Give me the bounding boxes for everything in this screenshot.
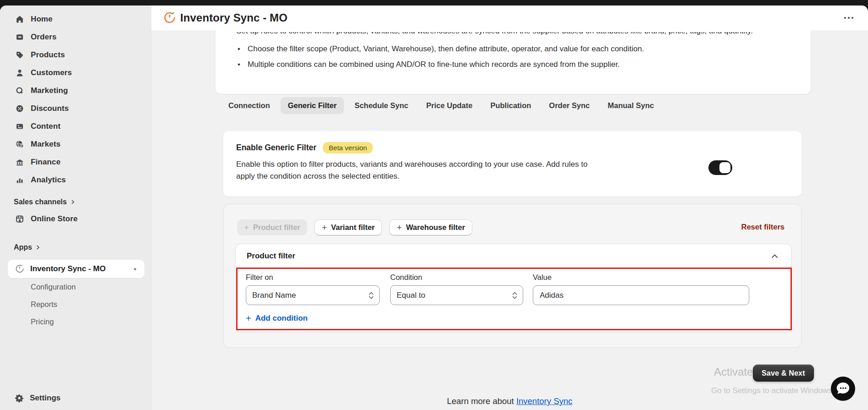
- enable-generic-filter-card: Enable Generic Filter Beta version Enabl…: [223, 131, 802, 197]
- finance-icon: [15, 157, 25, 167]
- sidebar-item-inventory-sync-app[interactable]: Inventory Sync - MO: [8, 260, 144, 278]
- product-filter-card: Product filter Filter on Brand Name Cond…: [235, 244, 791, 332]
- product-filter-card-title: Product filter: [247, 251, 295, 261]
- app-logo-icon: [163, 11, 177, 25]
- filter-toolbar: + Product filter + Variant filter + Ware…: [237, 219, 472, 235]
- variant-filter-button[interactable]: + Variant filter: [315, 219, 382, 235]
- sidebar-item-reports[interactable]: Reports: [0, 295, 151, 313]
- tab-bar: Connection Generic Filter Schedule Sync …: [221, 97, 661, 114]
- discounts-icon: [15, 104, 25, 114]
- content-icon: [15, 121, 25, 131]
- value-field: Value: [533, 273, 749, 305]
- reset-filters-link[interactable]: Reset filters: [741, 223, 785, 231]
- add-condition-link[interactable]: + Add condition: [246, 314, 308, 323]
- chevron-right-icon: [35, 245, 41, 250]
- orders-icon: [15, 32, 25, 42]
- plus-icon: +: [244, 223, 249, 232]
- apps-section[interactable]: Apps: [14, 241, 151, 254]
- sidebar-item-orders[interactable]: Orders: [0, 28, 151, 46]
- tab-schedule-sync[interactable]: Schedule Sync: [347, 97, 415, 114]
- sidebar-item-settings[interactable]: Settings: [0, 389, 151, 407]
- filters-panel: + Product filter + Variant filter + Ware…: [223, 204, 802, 348]
- sidebar-item-finance[interactable]: Finance: [0, 153, 151, 171]
- filter-on-select[interactable]: Brand Name: [246, 285, 380, 305]
- sync-gauge-icon: [15, 264, 25, 274]
- generic-filter-title: Enable Generic Filter: [236, 143, 316, 153]
- tab-generic-filter[interactable]: Generic Filter: [281, 97, 344, 114]
- condition-select[interactable]: Equal to: [390, 285, 523, 305]
- inventory-sync-link[interactable]: Inventory Sync: [516, 396, 572, 406]
- tab-order-sync[interactable]: Order Sync: [542, 97, 597, 114]
- sidebar-item-markets[interactable]: $ Markets: [0, 135, 151, 153]
- plus-icon: +: [322, 223, 327, 232]
- learn-more-footer: Learn more about Inventory Sync: [151, 396, 868, 406]
- condition-label: Condition: [390, 273, 523, 282]
- sales-channels-section[interactable]: Sales channels: [14, 195, 151, 209]
- filter-on-field: Filter on Brand Name: [246, 273, 380, 305]
- chat-widget-button[interactable]: [831, 377, 855, 401]
- sidebar-item-label: Orders: [31, 33, 56, 42]
- generic-filter-toggle[interactable]: [708, 160, 732, 175]
- chevron-right-icon: [70, 199, 76, 205]
- sidebar-item-pricing[interactable]: Pricing: [0, 313, 151, 330]
- tab-price-update[interactable]: Price Update: [419, 97, 480, 114]
- main-content: Inventory Sync - MO Set up rules to cont…: [151, 5, 868, 410]
- home-icon: [15, 14, 25, 24]
- sidebar-item-label: Content: [31, 122, 61, 131]
- sidebar-item-label: Online Store: [31, 214, 77, 224]
- sidebar-item-online-store[interactable]: Online Store: [0, 210, 151, 228]
- plus-icon: +: [397, 223, 402, 232]
- clipped-text-line: Set up rules to control which products, …: [236, 32, 788, 38]
- generic-filter-description: Enable this option to filter products, v…: [236, 159, 603, 183]
- storefront-icon: [15, 214, 25, 224]
- value-label: Value: [533, 273, 749, 282]
- sidebar-item-label: Finance: [31, 158, 61, 167]
- tab-connection[interactable]: Connection: [221, 97, 277, 114]
- info-bullet: Choose the filter scope (Product, Varian…: [236, 44, 788, 54]
- markets-icon: $: [15, 139, 25, 149]
- products-icon: [15, 50, 25, 60]
- sidebar-item-customers[interactable]: Customers: [0, 64, 151, 82]
- admin-frame: Home Orders Products Customers Marketing…: [0, 5, 868, 410]
- gear-icon: [15, 394, 24, 403]
- sidebar: Home Orders Products Customers Marketing…: [0, 5, 151, 410]
- info-bullet-list: Choose the filter scope (Product, Varian…: [236, 44, 788, 70]
- activate-windows-watermark-sub: Go to Settings to activate Windows.: [711, 386, 834, 395]
- app-item-label: Inventory Sync - MO: [30, 264, 105, 273]
- select-updown-icon: [368, 291, 374, 300]
- chevron-up-icon[interactable]: [769, 251, 780, 262]
- toggle-knob: [719, 162, 730, 173]
- sidebar-item-configuration[interactable]: Configuration: [0, 278, 151, 295]
- select-updown-icon: [512, 291, 518, 300]
- sales-channels-label: Sales channels: [14, 198, 67, 206]
- sidebar-item-home[interactable]: Home: [0, 10, 151, 28]
- filter-on-label: Filter on: [246, 273, 380, 282]
- warehouse-filter-button[interactable]: + Warehouse filter: [389, 219, 472, 235]
- apps-label: Apps: [14, 243, 32, 251]
- tab-publication[interactable]: Publication: [483, 97, 538, 114]
- screen: Home Orders Products Customers Marketing…: [0, 0, 868, 410]
- tab-manual-sync[interactable]: Manual Sync: [600, 97, 661, 114]
- info-bullet: Multiple conditions can be combined usin…: [236, 60, 788, 70]
- sidebar-item-products[interactable]: Products: [0, 46, 151, 64]
- sidebar-item-label: Discounts: [31, 104, 69, 113]
- customers-icon: [15, 68, 25, 78]
- sidebar-item-label: Marketing: [31, 86, 68, 95]
- sidebar-item-marketing[interactable]: Marketing: [0, 82, 151, 99]
- marketing-icon: [15, 86, 25, 96]
- product-filter-button: + Product filter: [237, 219, 307, 235]
- app-header: Inventory Sync - MO: [151, 5, 868, 30]
- sidebar-item-label: Products: [31, 50, 65, 60]
- active-indicator-dot: [134, 268, 136, 270]
- sidebar-item-label: Analytics: [31, 175, 66, 185]
- sidebar-item-discounts[interactable]: Discounts: [0, 99, 151, 117]
- sidebar-item-label: Customers: [31, 68, 72, 77]
- beta-badge: Beta version: [323, 142, 373, 153]
- plus-icon: +: [246, 314, 251, 323]
- value-input[interactable]: [533, 285, 749, 305]
- sidebar-item-content[interactable]: Content: [0, 117, 151, 135]
- save-next-button[interactable]: Save & Next: [753, 365, 814, 382]
- ellipsis-menu-button[interactable]: [842, 13, 855, 22]
- settings-label: Settings: [30, 394, 61, 403]
- sidebar-item-analytics[interactable]: Analytics: [0, 171, 151, 189]
